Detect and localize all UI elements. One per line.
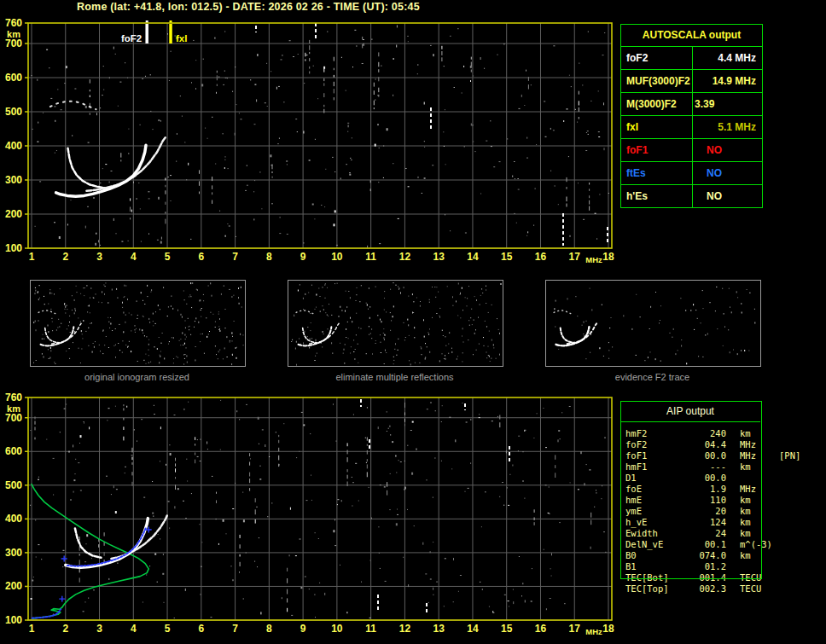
y-tick-label: 500 xyxy=(5,479,22,491)
aip-row-param: ymE xyxy=(625,506,690,517)
aip-row-unit xyxy=(740,561,777,572)
x-tick-label: 14 xyxy=(467,623,479,635)
x-tick-label: 3 xyxy=(96,251,102,263)
aip-row-value: 04.4 xyxy=(690,439,726,450)
y-tick-label: 300 xyxy=(5,547,22,559)
x-tick-label: 17 xyxy=(569,251,581,263)
x-tick-label: 16 xyxy=(535,623,547,635)
x-tick-label: 15 xyxy=(501,251,513,263)
x-tick-label: 8 xyxy=(266,623,272,635)
aip-row-DelN_vE: DelN_vE00.1m^(-3) xyxy=(625,539,800,550)
thumbnail-trace xyxy=(38,310,81,345)
x-tick-label: 2 xyxy=(62,623,68,635)
aip-row-value: 01.2 xyxy=(690,561,726,572)
thumbnail-caption: eliminate multiple reflections xyxy=(288,372,502,382)
axis-labels: 760700600500400300200100km12345678910111… xyxy=(5,17,614,264)
aip-row-unit: km xyxy=(740,506,777,517)
y-tick-label: 400 xyxy=(5,513,22,525)
aip-row-foE: foE1.9MHz xyxy=(625,484,800,495)
y-tick-label: 760 xyxy=(5,392,22,403)
x-tick-label: 6 xyxy=(198,623,204,635)
thumbnail-caption: original ionogram resized xyxy=(30,372,244,382)
y-tick-label: 760 xyxy=(5,17,22,29)
x-tick-label: 10 xyxy=(331,251,343,263)
axis-labels: 760700600500400300200100km12345678910111… xyxy=(5,392,614,636)
aip-row-unit: TECU xyxy=(740,572,777,583)
foF2-marker: foF2 xyxy=(121,20,148,44)
y-tick-label: 600 xyxy=(5,72,22,84)
autoscala-row-MUF(3000)F2: MUF(3000)F214.9 MHz xyxy=(621,69,762,92)
aip-row-value: 074.0 xyxy=(690,550,726,561)
x-tick-label: 2 xyxy=(62,251,68,263)
aip-row-param: foE xyxy=(625,484,690,495)
param-value: 3.39 xyxy=(693,93,762,115)
aip-row-unit: km xyxy=(740,550,777,561)
param-label: fxI xyxy=(621,116,693,138)
param-value: 14.9 MHz xyxy=(693,70,762,92)
autoscala-app-window: Rome (lat: +41.8, lon: 012.5) - DATE: 20… xyxy=(0,0,826,644)
aip-row-value: 1.9 xyxy=(690,484,726,495)
aip-row-foF1: foF100.0MHz[PN] xyxy=(625,450,800,461)
bottom-ionogram-plot: 760700600500400300200100km12345678910111… xyxy=(0,388,619,644)
aip-row-param: D1 xyxy=(625,473,690,484)
y-tick-label: 600 xyxy=(5,445,22,457)
x-tick-label: 18 xyxy=(602,623,614,635)
aip-row-unit: MHz xyxy=(740,484,777,495)
aip-row-param: TEC[Bot] xyxy=(625,572,690,583)
x-tick-label: 16 xyxy=(535,251,547,263)
param-label: foF2 xyxy=(621,47,693,69)
param-label: h'Es xyxy=(621,185,693,207)
aip-row-param: DelN_vE xyxy=(625,539,690,550)
aip-row-hmF2: hmF2240km xyxy=(625,428,800,439)
x-tick-label: 7 xyxy=(232,623,238,635)
aip-row-unit: km xyxy=(740,428,777,439)
param-label: MUF(3000)F2 xyxy=(621,70,693,92)
aip-row-value: 00.0 xyxy=(690,473,726,484)
aip-row-value: 00.0 xyxy=(690,450,726,461)
param-value: NO xyxy=(693,139,762,161)
aip-row-param: hmF2 xyxy=(625,428,690,439)
x-tick-label: 8 xyxy=(266,251,272,263)
grid-lines xyxy=(28,23,612,248)
aip-row-value: 110 xyxy=(690,495,726,506)
aip-row-unit: MHz xyxy=(740,439,777,450)
aip-row-note: [PN] xyxy=(779,450,800,461)
aip-table-title: AIP output xyxy=(620,401,760,422)
thumbnail-noise xyxy=(291,282,501,366)
y-tick-label: 500 xyxy=(5,106,22,118)
x-tick-label: 18 xyxy=(602,251,614,263)
thumbnail-original-ionogram xyxy=(30,280,246,367)
aip-row-value: 00.1 xyxy=(690,539,726,550)
x-tick-label: 12 xyxy=(399,251,411,263)
ionogram-traces xyxy=(50,102,166,197)
autoscala-row-foF2: foF24.4 MHz xyxy=(621,46,762,69)
restored-trace xyxy=(67,527,147,566)
x-tick-label: 4 xyxy=(131,251,137,263)
param-label: M(3000)F2 xyxy=(621,93,693,115)
x-tick-label: 17 xyxy=(569,623,581,635)
autoscala-output-table: AUTOSCALA output foF24.4 MHzMUF(3000)F21… xyxy=(620,24,763,208)
param-label: ftEs xyxy=(621,162,693,184)
autoscala-row-h'Es: h'EsNO xyxy=(621,184,762,207)
autoscala-row-foF1: foF1NO xyxy=(621,138,762,161)
x-tick-label: 14 xyxy=(467,251,479,263)
thumbnail-ionogram-svg xyxy=(31,281,245,366)
aip-row-param: hmE xyxy=(625,495,690,506)
autoscala-table-title: AUTOSCALA output xyxy=(621,25,762,46)
aip-row-value: 240 xyxy=(690,428,726,439)
x-tick-label: 13 xyxy=(433,251,445,263)
aip-row-unit: MHz xyxy=(740,450,777,461)
thumbnail-ionogram-svg xyxy=(546,281,760,366)
param-value: NO xyxy=(693,162,762,184)
bottom-ionogram-svg: 760700600500400300200100km12345678910111… xyxy=(0,388,619,644)
autoscala-row-ftEs: ftEsNO xyxy=(621,161,762,184)
x-tick-label: 11 xyxy=(365,251,376,263)
y-tick-label: 300 xyxy=(5,174,22,186)
x-tick-label: 15 xyxy=(501,623,513,635)
y-axis-unit: km xyxy=(7,29,20,39)
aip-row-param: B1 xyxy=(625,561,690,572)
aip-row-param: hmF1 xyxy=(625,461,690,473)
aip-row-ymE: ymE20km xyxy=(625,506,800,517)
thumbnail-evidence-f2-trace xyxy=(545,280,761,367)
aip-row-param: foF2 xyxy=(625,439,690,450)
